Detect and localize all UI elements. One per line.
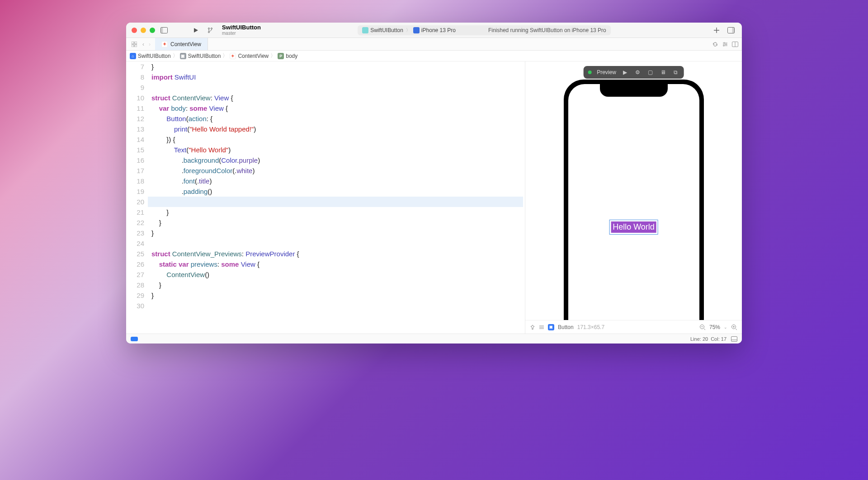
- adjust-icon[interactable]: [539, 325, 544, 330]
- duplicate-icon[interactable]: ⧉: [672, 69, 679, 76]
- device-notch: [600, 84, 668, 97]
- add-button[interactable]: [711, 25, 722, 36]
- cursor-col: Col: 17: [711, 336, 726, 342]
- swift-file-icon: ✦: [161, 41, 168, 47]
- selection-outline[interactable]: Hello World: [609, 220, 658, 235]
- chevron-right-icon: 〉: [173, 52, 178, 60]
- breadcrumb-item[interactable]: SwiftUIButton: [138, 53, 171, 59]
- project-icon: ⌂: [130, 53, 136, 59]
- build-status: Finished running SwiftUIButton on iPhone…: [488, 27, 606, 33]
- preview-toolbar: Preview ▶ ⚙ ▢ 🖥 ⧉: [583, 66, 684, 79]
- nav-forward-button[interactable]: ›: [147, 40, 152, 48]
- svg-point-13: [723, 45, 724, 46]
- nav-back-button[interactable]: ‹: [141, 40, 146, 48]
- selected-element-label: Button: [558, 324, 574, 330]
- scheme-target-icon: [362, 27, 368, 33]
- adjust-icon[interactable]: [722, 41, 728, 47]
- preview-label: Preview: [597, 69, 616, 75]
- scheme-target-label: SwiftUIButton: [370, 27, 403, 33]
- svg-rect-6: [732, 27, 734, 33]
- svg-rect-1: [161, 27, 163, 33]
- live-indicator-icon: [588, 71, 591, 74]
- device-icon[interactable]: ▢: [647, 69, 654, 76]
- folder-icon: ▣: [180, 53, 186, 59]
- tabbar: ‹ › ✦ ContentView: [126, 38, 742, 51]
- chevron-right-icon: 〉: [406, 27, 410, 33]
- device-screen[interactable]: Hello World: [568, 84, 699, 320]
- svg-line-17: [704, 329, 705, 330]
- sidebar-toggle-icon[interactable]: [159, 25, 170, 36]
- breadcrumb: ⌂ SwiftUIButton 〉 ▣ SwiftUIButton 〉 ✦ Co…: [126, 51, 742, 61]
- zoom-window-button[interactable]: [150, 28, 155, 33]
- close-window-button[interactable]: [132, 28, 137, 33]
- minimize-window-button[interactable]: [141, 28, 146, 33]
- code-content[interactable]: } import SwiftUI struct ContentView: Vie…: [150, 61, 525, 334]
- preview-canvas[interactable]: Preview ▶ ⚙ ▢ 🖥 ⧉ Hello World: [525, 61, 742, 320]
- window-controls: [132, 28, 155, 33]
- zoom-level[interactable]: 75%: [709, 324, 720, 330]
- svg-point-4: [211, 28, 212, 29]
- svg-line-20: [736, 329, 737, 330]
- library-toggle-icon[interactable]: [726, 25, 736, 36]
- split-icon[interactable]: [732, 42, 738, 47]
- scheme-device-label: iPhone 13 Pro: [421, 27, 456, 33]
- zoom-out-icon[interactable]: [699, 324, 706, 330]
- code-editor[interactable]: 7891011121314151617181920212223242526272…: [126, 61, 525, 334]
- element-icon: ▣: [548, 324, 554, 330]
- main-split: 7891011121314151617181920212223242526272…: [126, 61, 742, 334]
- branch-name: master: [222, 31, 261, 36]
- panel-toggle-icon[interactable]: [731, 336, 737, 342]
- svg-rect-23: [731, 336, 737, 341]
- zoom-in-icon[interactable]: [731, 324, 737, 330]
- preview-statusbar: ▣ Button 171.3×65.7 75% ⌄: [525, 320, 742, 334]
- svg-rect-7: [132, 42, 134, 44]
- project-title: SwiftUIButton master: [222, 24, 261, 36]
- settings-icon[interactable]: ⚙: [634, 69, 642, 76]
- breadcrumb-item[interactable]: body: [286, 53, 297, 59]
- titlebar: SwiftUIButton master SwiftUIButton 〉 iPh…: [126, 23, 742, 38]
- play-icon[interactable]: ▶: [622, 69, 629, 76]
- debug-indicator-icon[interactable]: [131, 337, 138, 341]
- property-icon: P: [278, 53, 284, 59]
- xcode-window: SwiftUIButton master SwiftUIButton 〉 iPh…: [126, 23, 742, 344]
- svg-point-11: [724, 42, 725, 43]
- grid-icon[interactable]: [129, 39, 140, 50]
- chevron-right-icon: 〉: [270, 52, 276, 60]
- project-name: SwiftUIButton: [222, 24, 261, 31]
- line-gutter: 7891011121314151617181920212223242526272…: [126, 61, 150, 334]
- svg-point-12: [726, 43, 726, 44]
- swift-file-icon: ✦: [230, 53, 236, 59]
- device-frame: Hello World: [564, 80, 704, 320]
- selected-element-size: 171.3×65.7: [577, 324, 604, 330]
- chevron-down-icon[interactable]: ⌄: [724, 325, 727, 329]
- sample-button[interactable]: Hello World: [611, 221, 656, 233]
- svg-point-2: [208, 28, 210, 29]
- refresh-icon[interactable]: [712, 41, 718, 47]
- tab-nav: ‹ ›: [126, 38, 155, 50]
- cursor-line: Line: 20: [690, 336, 708, 342]
- tab-contentview[interactable]: ✦ ContentView: [155, 38, 208, 50]
- tab-label: ContentView: [170, 41, 201, 47]
- breadcrumb-item[interactable]: ContentView: [238, 53, 269, 59]
- scheme-device-icon: [413, 27, 420, 33]
- bottom-statusbar: Line: 20 Col: 17: [126, 334, 742, 344]
- scheme-selector[interactable]: SwiftUIButton 〉 iPhone 13 Pro Finished r…: [358, 25, 611, 35]
- branch-icon[interactable]: [205, 25, 216, 36]
- breadcrumb-item[interactable]: SwiftUIButton: [188, 53, 221, 59]
- run-button[interactable]: [190, 25, 201, 36]
- svg-point-3: [208, 31, 210, 33]
- svg-rect-10: [135, 45, 137, 47]
- svg-rect-8: [135, 42, 137, 44]
- chevron-right-icon: 〉: [222, 52, 228, 60]
- preview-pane: Preview ▶ ⚙ ▢ 🖥 ⧉ Hello World: [525, 61, 742, 334]
- pin-icon[interactable]: [530, 325, 535, 330]
- display-icon[interactable]: 🖥: [660, 69, 667, 76]
- svg-rect-9: [132, 45, 134, 47]
